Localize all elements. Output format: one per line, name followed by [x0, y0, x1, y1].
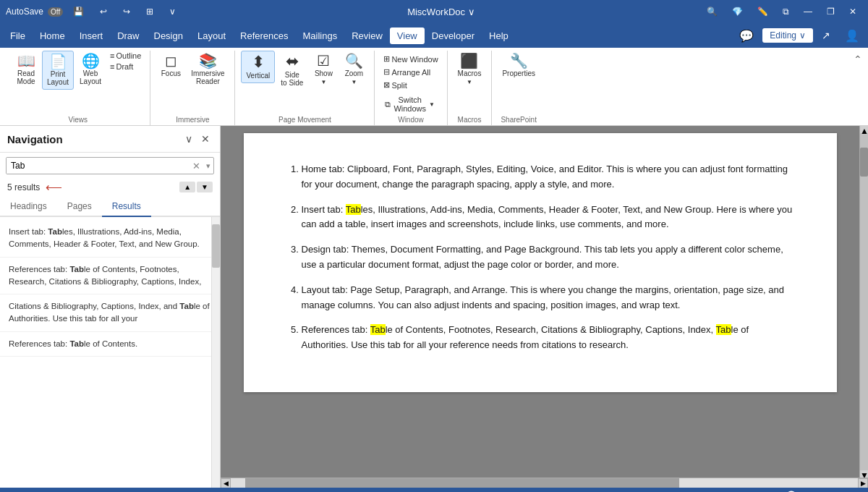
menu-developer[interactable]: Developer [425, 27, 482, 44]
arrange-all-button[interactable]: ⊟ Arrange All [380, 67, 433, 77]
new-window-button[interactable]: ⊞ New Window [380, 54, 441, 64]
ribbon-window-buttons: ⊞ New Window ⊟ Arrange All ⊠ Split ⧉ Swi… [380, 51, 441, 116]
scrollbar-thumb[interactable] [860, 148, 868, 177]
zoom-label: Zoom [345, 69, 364, 77]
side-to-side-button[interactable]: ⬌ Sideto Side [276, 51, 307, 90]
sharepoint-group-label: SharePoint [501, 116, 536, 125]
document-content: Home tab: Clipboard, Font, Paragraph, St… [221, 126, 868, 478]
horizontal-scrollbar[interactable]: ◀ ▶ [221, 478, 868, 488]
web-layout-button[interactable]: 🌐 WebLayout [75, 51, 106, 88]
menu-review[interactable]: Review [344, 27, 390, 44]
highlight-tab-5a: Tab [370, 324, 386, 335]
show-button[interactable]: ☑ Show ▼ [309, 51, 338, 88]
list-item-3: Design tab: Themes, Document Formatting,… [302, 242, 793, 273]
h-scroll-thumb[interactable] [245, 478, 679, 488]
read-mode-label: ReadMode [17, 69, 35, 85]
h-scroll-right-button[interactable]: ▶ [858, 478, 868, 488]
redo-button[interactable]: ↪ [117, 5, 136, 18]
result-item-1[interactable]: Insert tab: Tables, Illustrations, Add-i… [0, 220, 220, 258]
undo-button[interactable]: ↩ [94, 5, 113, 18]
print-layout-icon: 📄 [49, 54, 67, 69]
navigation-panel: Navigation ∨ ✕ ✕ ▾ 5 results ⟵ ▲ ▼ Headi… [0, 126, 221, 488]
menu-view[interactable]: View [390, 27, 425, 44]
ribbon-group-sharepoint: 🔧 Properties SharePoint [492, 51, 545, 125]
comment-icon-button[interactable]: 💬 [733, 27, 760, 44]
restore-button[interactable]: ❐ [821, 5, 841, 18]
result-item-2[interactable]: References tab: Table of Contents, Footn… [0, 258, 220, 295]
menu-home[interactable]: Home [33, 27, 72, 44]
result-bold-1: Tab [48, 227, 62, 236]
search-clear-button[interactable]: ✕ [190, 159, 203, 173]
menu-file[interactable]: File [3, 27, 33, 44]
close-button[interactable]: ✕ [843, 5, 862, 18]
highlight-tab-5b: Tab [716, 324, 731, 335]
h-scroll-left-button[interactable]: ◀ [221, 478, 231, 488]
results-next-button[interactable]: ▼ [197, 182, 213, 192]
menu-insert[interactable]: Insert [72, 27, 111, 44]
customize-dropdown[interactable]: ∨ [163, 5, 182, 18]
tab-pages[interactable]: Pages [57, 197, 102, 216]
nav-panel-scrollbar[interactable] [211, 217, 220, 488]
result-item-4[interactable]: References tab: Table of Contents. [0, 332, 220, 357]
draft-button[interactable]: ≡ Draft [107, 62, 144, 72]
outline-button[interactable]: ≡ Outline [107, 51, 144, 61]
editing-button[interactable]: Editing ∨ [762, 28, 813, 43]
customize-toolbar-button[interactable]: ⊞ [140, 5, 159, 18]
print-layout-button[interactable]: 📄 PrintLayout [42, 51, 74, 90]
menu-references[interactable]: References [233, 27, 295, 44]
nav-scrollbar-thumb [212, 224, 220, 268]
properties-icon: 🔧 [510, 54, 528, 68]
menu-design[interactable]: Design [147, 27, 190, 44]
navigation-close-button[interactable]: ✕ [198, 132, 213, 146]
menu-draw[interactable]: Draw [110, 27, 146, 44]
search-options-button[interactable]: ▾ [203, 160, 213, 172]
doc-dropdown-icon[interactable]: ∨ [468, 7, 475, 17]
search-ribbon-button[interactable]: 🔍 [701, 5, 723, 18]
read-mode-button[interactable]: 📖 ReadMode [12, 51, 41, 88]
immersive-reader-button[interactable]: 📚 ImmersiveReader [187, 51, 229, 88]
autosave-toggle[interactable]: Off [48, 7, 63, 17]
macros-group-label: Macros [458, 116, 482, 125]
scrollbar-bottom-arrow[interactable]: ▼ [860, 470, 868, 478]
properties-button[interactable]: 🔧 Properties [498, 51, 540, 80]
result-bold-4: Tab [69, 339, 84, 348]
focus-button[interactable]: ◻ Focus [156, 51, 185, 80]
minimize-button[interactable]: — [798, 5, 818, 18]
document-right-scrollbar[interactable]: ▲ ▼ [859, 126, 868, 478]
ribbon: 📖 ReadMode 📄 PrintLayout 🌐 WebLayout ≡ O… [0, 48, 868, 126]
search-input[interactable] [7, 158, 190, 174]
document-page: Home tab: Clipboard, Font, Paragraph, St… [244, 133, 837, 392]
macros-button[interactable]: ⬛ Macros ▼ [454, 51, 486, 88]
result-bold-3: Tab [179, 302, 194, 310]
menu-help[interactable]: Help [482, 27, 516, 44]
share-button[interactable]: ⧉ [777, 5, 795, 18]
menu-bar: File Home Insert Draw Design Layout Refe… [0, 23, 868, 48]
h-scroll-track [231, 478, 858, 488]
save-button[interactable]: 💾 [67, 5, 90, 18]
ribbon-group-window: ⊞ New Window ⊟ Arrange All ⊠ Split ⧉ Swi… [375, 51, 447, 125]
zoom-button[interactable]: 🔍 Zoom ▼ [339, 51, 368, 88]
tab-headings[interactable]: Headings [0, 197, 57, 216]
ribbon-collapse-button[interactable]: 💎 [726, 5, 749, 18]
menu-mailings[interactable]: Mailings [296, 27, 345, 44]
focus-label: Focus [161, 69, 181, 77]
item1-text: Home tab: Clipboard, Font, Paragraph, St… [302, 164, 788, 190]
new-window-icon: ⊞ [383, 54, 390, 64]
navigation-collapse-button[interactable]: ∨ [182, 132, 195, 146]
menu-layout[interactable]: Layout [190, 27, 233, 44]
comments-button[interactable]: ✏️ [752, 5, 774, 18]
split-button[interactable]: ⊠ Split [380, 80, 409, 90]
switch-windows-button[interactable]: ⧉ SwitchWindows ▼ [380, 93, 439, 116]
tab-results[interactable]: Results [102, 197, 151, 217]
show-icon: ☑ [317, 54, 330, 68]
profile-button[interactable]: 👤 [839, 27, 865, 44]
scrollbar-top-arrow[interactable]: ▲ [860, 126, 868, 133]
result-item-3[interactable]: Citations & Bibliography, Captions, Inde… [0, 294, 220, 332]
results-prev-button[interactable]: ▲ [179, 182, 195, 192]
vertical-button[interactable]: ⬍ Vertical [241, 51, 275, 83]
focus-icon: ◻ [165, 54, 177, 68]
views-group-label: Views [68, 116, 88, 125]
ribbon-collapse[interactable]: ⌃ [854, 51, 862, 125]
properties-label: Properties [502, 69, 535, 77]
share-icon-button[interactable]: ↗ [816, 28, 836, 43]
